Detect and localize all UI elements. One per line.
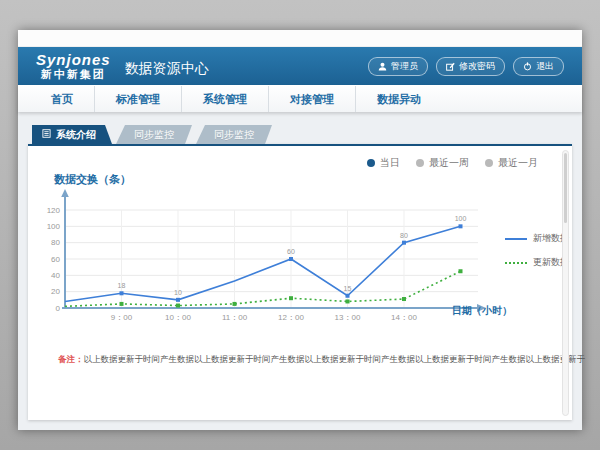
radio-dot-last-week[interactable]: [416, 159, 424, 167]
footnote-text: 以上数据更新于时间产生数据以上数据更新于时间产生数据以上数据更新于时间产生数据以…: [84, 354, 586, 364]
radio-last-month[interactable]: 最近一月: [485, 156, 538, 170]
radio-last-month-label: 最近一月: [498, 156, 538, 170]
svg-text:0: 0: [56, 304, 61, 313]
radio-dot-today[interactable]: [367, 159, 375, 167]
panel-scrollbar[interactable]: [562, 150, 569, 416]
svg-text:60: 60: [51, 255, 60, 264]
time-range-filter: 当日 最近一周 最近一月: [367, 156, 538, 170]
svg-text:40: 40: [51, 271, 60, 280]
svg-text:120: 120: [47, 206, 61, 215]
page-title: 数据资源中心: [125, 54, 209, 78]
svg-text:10：00: 10：00: [165, 313, 191, 322]
power-icon: [523, 62, 532, 71]
svg-text:60: 60: [287, 248, 295, 255]
app-window: Synjones 新中新集团 数据资源中心 管理员 修改密码 退出: [18, 30, 582, 430]
radio-last-week-label: 最近一周: [429, 156, 469, 170]
footnote-prefix: 备注：: [58, 354, 84, 364]
user-icon: [378, 62, 387, 71]
series-legend: 新增数据 更新数据: [505, 232, 569, 280]
tab-sync-monitor-2[interactable]: 同步监控: [196, 125, 272, 144]
change-password-button[interactable]: 修改密码: [436, 57, 505, 76]
main-nav: 首页 标准管理 系统管理 对接管理 数据异动: [18, 85, 582, 112]
radio-dot-last-month[interactable]: [485, 159, 493, 167]
svg-text:15: 15: [344, 285, 352, 292]
admin-user-label: 管理员: [391, 60, 418, 73]
svg-text:9：00: 9：00: [111, 313, 133, 322]
tab-sync-monitor-2-label: 同步监控: [214, 129, 254, 140]
dotted-line-swatch: [505, 262, 527, 264]
tab-bar: 系统介绍 同步监控 同步监控: [32, 125, 272, 144]
svg-text:80: 80: [400, 232, 408, 239]
svg-text:100: 100: [455, 215, 467, 222]
nav-item-interface-mgmt[interactable]: 对接管理: [269, 86, 356, 112]
change-password-label: 修改密码: [459, 60, 495, 73]
document-icon: [42, 125, 51, 144]
company-logo[interactable]: Synjones 新中新集团: [36, 51, 111, 81]
tab-sync-monitor-1-label: 同步监控: [134, 129, 174, 140]
radio-today[interactable]: 当日: [367, 156, 400, 170]
edit-icon: [446, 62, 455, 71]
logout-label: 退出: [536, 60, 554, 73]
svg-text:20: 20: [51, 287, 60, 296]
chart-panel: 当日 最近一周 最近一月 数据交换（条） 0204060801001209：00…: [28, 144, 572, 420]
svg-text:80: 80: [51, 238, 60, 247]
svg-text:14：00: 14：00: [391, 313, 417, 322]
radio-today-label: 当日: [380, 156, 400, 170]
tab-sync-monitor-1[interactable]: 同步监控: [116, 125, 192, 144]
svg-text:13：00: 13：00: [335, 313, 361, 322]
app-header: Synjones 新中新集团 数据资源中心 管理员 修改密码 退出: [18, 47, 582, 85]
solid-line-swatch: [505, 238, 527, 240]
logo-brand-text: Synjones: [36, 51, 111, 68]
scrollbar-thumb[interactable]: [564, 153, 567, 223]
legend-item-updated-data[interactable]: 更新数据: [505, 256, 569, 269]
tab-system-intro[interactable]: 系统介绍: [32, 125, 112, 144]
legend-item-new-data[interactable]: 新增数据: [505, 232, 569, 245]
window-top-strip: [18, 30, 582, 47]
nav-item-home[interactable]: 首页: [30, 86, 95, 112]
svg-text:12：00: 12：00: [278, 313, 304, 322]
tab-system-intro-label: 系统介绍: [56, 125, 96, 144]
y-axis-title: 数据交换（条）: [54, 172, 131, 187]
nav-item-data-change[interactable]: 数据异动: [356, 86, 442, 112]
nav-item-system-mgmt[interactable]: 系统管理: [182, 86, 269, 112]
svg-text:10: 10: [174, 289, 182, 296]
header-actions: 管理员 修改密码 退出: [368, 57, 564, 76]
logout-button[interactable]: 退出: [513, 57, 564, 76]
admin-user-button[interactable]: 管理员: [368, 57, 428, 76]
svg-text:100: 100: [47, 222, 61, 231]
content-area: 系统介绍 同步监控 同步监控 当日 最近一周: [18, 112, 582, 430]
radio-last-week[interactable]: 最近一周: [416, 156, 469, 170]
svg-text:18: 18: [118, 282, 126, 289]
nav-item-standard-mgmt[interactable]: 标准管理: [95, 86, 182, 112]
logo-company-name: 新中新集团: [36, 68, 111, 81]
footnote: 备注：以上数据更新于时间产生数据以上数据更新于时间产生数据以上数据更新于时间产生…: [58, 354, 585, 366]
svg-text:11：00: 11：00: [222, 313, 248, 322]
x-axis-title: 日期（小时）: [452, 304, 512, 318]
